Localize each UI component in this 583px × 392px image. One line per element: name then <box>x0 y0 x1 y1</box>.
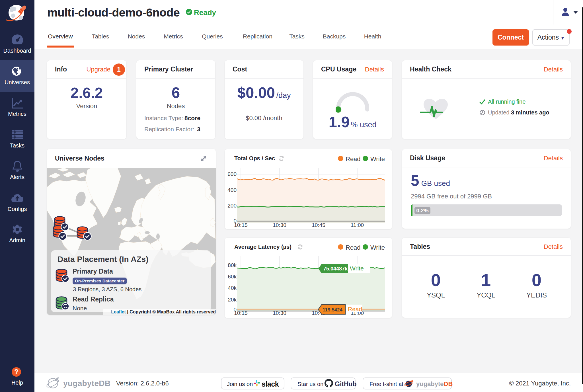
svg-text:600: 600 <box>227 171 237 177</box>
svg-text:10:30: 10:30 <box>273 222 286 228</box>
svg-text:60k: 60k <box>228 274 237 280</box>
svg-text:200: 200 <box>227 203 237 209</box>
svg-text:Read: Read <box>348 306 362 312</box>
svg-text:400: 400 <box>227 187 237 193</box>
svg-text:10:30: 10:30 <box>273 310 286 316</box>
svg-text:20k: 20k <box>228 297 237 303</box>
svg-text:80k: 80k <box>228 262 237 268</box>
svg-text:11:00: 11:00 <box>351 222 364 228</box>
svg-text:10:45: 10:45 <box>312 222 325 228</box>
svg-text:Write: Write <box>350 265 364 272</box>
svg-text:10:15: 10:15 <box>234 310 248 316</box>
svg-text:10:15: 10:15 <box>234 222 248 228</box>
svg-text:40k: 40k <box>228 285 237 291</box>
svg-text:119.5424: 119.5424 <box>323 307 343 313</box>
svg-text:75.04487k: 75.04487k <box>323 266 348 272</box>
